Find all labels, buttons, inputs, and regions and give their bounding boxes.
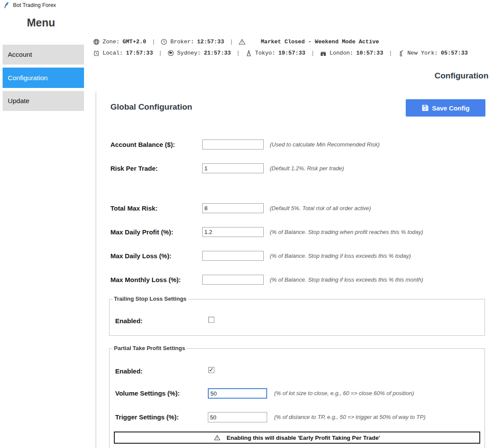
max-monthly-loss-label: Max Monthly Loss (%): <box>110 276 181 283</box>
zone-label: Zone: <box>103 39 120 45</box>
max-monthly-loss-input[interactable] <box>202 275 264 285</box>
warning-icon <box>239 39 246 45</box>
market-status-text: Market Closed - Weekend Mode Active <box>261 39 379 45</box>
checkmark: ✓ <box>209 367 214 373</box>
trigger-settings-input[interactable] <box>208 412 267 422</box>
form-row-account-balance: Account Balance ($): (Used to calculate … <box>0 140 501 151</box>
total-max-risk-input[interactable] <box>202 203 264 213</box>
partial-take-profit-title: Partial Take Profit Settings <box>113 345 186 351</box>
form-row-risk-per-trade: Risk Per Trade: (Default 1.2%. Risk per … <box>0 163 501 175</box>
partial-enabled-label: Enabled: <box>115 367 142 375</box>
local-label: Local: <box>103 50 123 56</box>
page-title: Configuration <box>434 71 488 81</box>
tokyo-label: Tokyo: <box>255 50 275 56</box>
volume-settings-label: Volume Settings (%): <box>115 390 180 397</box>
statue-of-liberty-icon <box>398 50 404 56</box>
form-row-max-daily-loss: Max Daily Loss (%): (% of Balance. Stop … <box>0 251 501 262</box>
sydney-label: Sydney: <box>177 50 201 56</box>
sidebar-item-account[interactable]: Account <box>3 45 84 65</box>
feather-app-icon <box>3 2 10 9</box>
alarm-clock-icon <box>93 50 100 56</box>
sidebar-item-configuration[interactable]: Configuration <box>3 68 84 88</box>
max-daily-loss-input[interactable] <box>202 251 264 261</box>
window-titlebar: Bot Trading Forex <box>3 2 56 9</box>
warning-icon <box>214 435 220 441</box>
globe-icon <box>93 39 100 45</box>
volume-settings-input[interactable] <box>208 388 267 399</box>
broker-label: Broker: <box>170 39 194 45</box>
separator: | <box>158 50 162 56</box>
separator: | <box>152 39 155 45</box>
castle-icon <box>320 50 326 56</box>
total-max-risk-label: Total Max Risk: <box>110 205 158 212</box>
volume-settings-hint: (% of lot size to close, e.g., 60 => clo… <box>274 390 414 396</box>
form-row-max-monthly-loss: Max Monthly Loss (%): (% of Balance. Sto… <box>0 275 501 286</box>
trigger-settings-label: Trigger Settings (%): <box>115 413 179 421</box>
save-icon <box>422 104 429 111</box>
max-daily-profit-label: Max Daily Profit (%): <box>110 228 173 236</box>
max-monthly-loss-hint: (% of Balance. Stop trading if loss exce… <box>270 276 423 283</box>
timezone-row-2: Local: 17:57:33 | Sydney: 21:57:33 | Tok… <box>93 50 468 56</box>
partial-enabled-checkbox[interactable]: ✓ <box>208 367 214 373</box>
tower-icon <box>246 50 252 56</box>
volume-settings-row: Volume Settings (%): (% of lot size to c… <box>110 388 485 399</box>
london-label: London: <box>330 50 353 56</box>
form-row-total-max-risk: Total Max Risk: (Default 5%. Total risk … <box>0 203 501 214</box>
risk-per-trade-label: Risk Per Trade: <box>110 165 158 172</box>
newyork-value: 05:57:33 <box>441 50 468 56</box>
window-title: Bot Trading Forex <box>13 2 56 8</box>
total-max-risk-hint: (Default 5%. Total risk of all order act… <box>270 205 371 211</box>
form-row-max-daily-profit: Max Daily Profit (%): (% of Balance. Sto… <box>0 227 501 238</box>
broker-value: 12:57:33 <box>197 39 224 45</box>
sidebar-item-update[interactable]: Update <box>3 91 84 111</box>
sidebar-item-label: Configuration <box>8 74 48 82</box>
trailing-stop-loss-title: Trailing Stop Loss Settings <box>113 295 188 302</box>
menu-heading: Menu <box>27 16 55 29</box>
max-daily-profit-input[interactable] <box>202 227 264 237</box>
local-value: 17:57:33 <box>126 50 153 56</box>
max-daily-loss-hint: (% of Balance. Stop trading if loss exce… <box>270 253 411 259</box>
trigger-settings-row: Trigger Settings (%): (% of distance to … <box>110 412 485 423</box>
trailing-enabled-label: Enabled: <box>115 317 142 325</box>
separator: | <box>389 50 392 56</box>
globe-asia-icon <box>168 50 174 56</box>
zone-value: GMT+2.0 <box>123 39 146 45</box>
separator: | <box>229 39 233 45</box>
account-balance-hint: (Used to calculate Min Recommended Risk) <box>270 141 380 148</box>
sidebar-item-label: Account <box>8 51 32 58</box>
risk-per-trade-hint: (Default 1.2%. Risk per trade) <box>270 165 344 172</box>
trigger-settings-hint: (% of distance to TP, e.g., 50 => trigge… <box>274 414 426 420</box>
warning-text: Enabling this will disable 'Early Profit… <box>226 435 380 441</box>
max-daily-loss-label: Max Daily Loss (%): <box>110 252 171 260</box>
trailing-enabled-row: Enabled: <box>110 316 485 327</box>
account-balance-label: Account Balance ($): <box>110 141 175 148</box>
tokyo-value: 19:57:33 <box>278 50 305 56</box>
timezone-row-1: Zone: GMT+2.0 | Broker: 12:57:33 | Marke… <box>93 39 379 45</box>
max-daily-profit-hint: (% of Balance. Stop trading when profit … <box>270 229 423 235</box>
partial-take-profit-groupbox: Partial Take Profit Settings Enabled: ✓ … <box>109 348 485 448</box>
sydney-value: 21:57:33 <box>204 50 231 56</box>
separator: | <box>236 50 240 56</box>
account-balance-input[interactable] <box>202 140 264 149</box>
save-button-label: Save Config <box>432 104 470 112</box>
partial-enabled-row: Enabled: ✓ <box>110 366 485 377</box>
clock-icon <box>161 39 167 45</box>
newyork-label: New York: <box>407 50 438 56</box>
sidebar-item-label: Update <box>8 97 29 105</box>
london-value: 10:57:33 <box>356 50 383 56</box>
save-config-button[interactable]: Save Config <box>406 99 485 117</box>
separator: | <box>311 50 314 56</box>
partial-tp-warning-bar: Enabling this will disable 'Early Profit… <box>114 432 480 444</box>
trailing-stop-loss-groupbox: Trailing Stop Loss Settings Enabled: <box>109 299 485 336</box>
app-window: Bot Trading Forex Menu Account Configura… <box>0 0 501 448</box>
section-title: Global Configuration <box>110 102 192 112</box>
risk-per-trade-input[interactable] <box>202 163 264 173</box>
trailing-enabled-checkbox[interactable] <box>208 317 214 323</box>
